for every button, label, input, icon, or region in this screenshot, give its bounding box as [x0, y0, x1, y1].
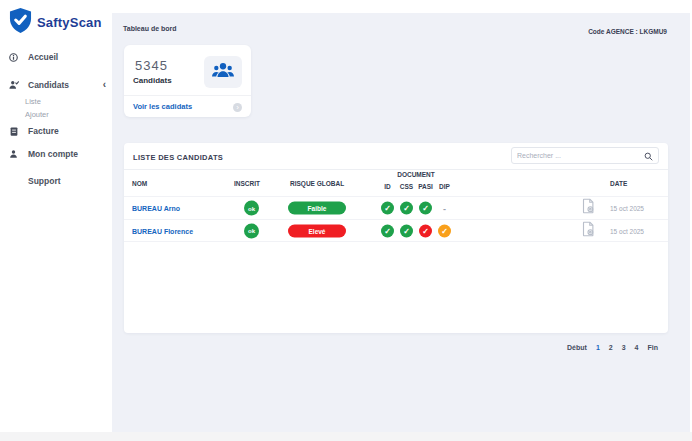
candidate-name-link[interactable]: BUREAU Florence: [132, 227, 193, 234]
pagination: Début 1 2 3 4 Fin: [567, 344, 658, 351]
column-header-document: DOCUMENT: [378, 171, 454, 178]
people-icon-box: [204, 56, 242, 88]
sidebar-item-label: Facture: [28, 126, 59, 136]
risk-badge: Elevé: [288, 224, 346, 237]
invoice-icon: [8, 127, 19, 136]
sidebar-item-candidats[interactable]: Candidats ‹: [8, 80, 106, 90]
arrow-circle-icon[interactable]: ›: [233, 103, 242, 112]
sidebar-item-label: Accueil: [28, 52, 58, 62]
sidebar-item-label: Support: [28, 176, 61, 186]
document-file-icon[interactable]: [582, 199, 595, 218]
search-input[interactable]: [517, 152, 644, 159]
pagination-last[interactable]: Fin: [648, 344, 659, 351]
inscrit-badge: ok: [244, 223, 259, 238]
sidebar-item-label: Mon compte: [28, 149, 78, 159]
user-icon: [8, 149, 19, 159]
info-icon: [8, 53, 19, 62]
screen: SaftyScan Accueil Candidats ‹: [0, 0, 692, 441]
document-status-group: [378, 224, 454, 237]
table-row: BUREAU Florence ok Elevé: [124, 219, 668, 242]
sidebar-item-support[interactable]: Support: [8, 176, 106, 186]
subcolumn-dip: DIP: [435, 183, 454, 190]
risk-badge: Faible: [288, 202, 346, 215]
bottom-strip: [0, 432, 692, 441]
sidebar-item-accueil[interactable]: Accueil: [8, 52, 106, 62]
divider: [124, 95, 251, 96]
page-title: Tableau de bord: [123, 25, 177, 32]
candidates-table-card: LISTE DES CANDIDATS NOM INSCRIT RISQUE G…: [124, 143, 668, 333]
column-header-date: DATE: [610, 180, 627, 187]
pagination-page-2[interactable]: 2: [609, 344, 613, 351]
chevron-left-icon[interactable]: ‹: [103, 81, 106, 89]
candidates-count: 5345: [135, 58, 168, 73]
divider: [124, 169, 668, 170]
app-title: SaftyScan: [37, 15, 102, 30]
column-header-nom: NOM: [132, 180, 147, 187]
subcolumn-css: CSS: [397, 183, 416, 190]
pagination-page-3[interactable]: 3: [622, 344, 626, 351]
agency-code: Code AGENCE : LKGMU9: [588, 28, 667, 35]
doc-status-dip: [438, 202, 451, 215]
search-icon[interactable]: [644, 147, 653, 165]
sidebar-item-ajouter[interactable]: Ajouter: [25, 110, 49, 119]
candidates-count-label: Candidats: [133, 76, 172, 85]
pagination-page-4[interactable]: 4: [635, 344, 639, 351]
sidebar-item-liste[interactable]: Liste: [25, 97, 41, 106]
candidate-name-link[interactable]: BUREAU Arno: [132, 205, 180, 212]
pagination-first[interactable]: Début: [567, 344, 587, 351]
doc-status-dip: [438, 224, 451, 237]
doc-status-pasi: [419, 224, 432, 237]
doc-status-id: [381, 202, 394, 215]
sidebar-item-mon-compte[interactable]: Mon compte: [8, 149, 106, 159]
document-status-group: [378, 202, 454, 215]
doc-status-id: [381, 224, 394, 237]
sidebar: SaftyScan Accueil Candidats ‹: [0, 0, 112, 432]
doc-status-css: [400, 202, 413, 215]
table-row: BUREAU Arno ok Faible: [124, 196, 668, 219]
logo[interactable]: SaftyScan: [9, 8, 102, 37]
candidate-date: 15 oct 2025: [610, 227, 644, 234]
main-content: Tableau de bord Code AGENCE : LKGMU9 534…: [112, 13, 690, 432]
column-header-inscrit: INSCRIT: [234, 180, 260, 187]
doc-status-pasi: [419, 202, 432, 215]
person-check-icon: [8, 80, 19, 90]
search-box[interactable]: [511, 147, 659, 164]
doc-status-css: [400, 224, 413, 237]
pagination-page-1[interactable]: 1: [596, 344, 600, 351]
candidates-stat-card: 5345 Candidats Voir les cadidats ›: [124, 45, 251, 117]
document-subcolumns: ID CSS PASI DIP: [378, 183, 454, 190]
inscrit-badge: ok: [244, 201, 259, 216]
document-file-icon[interactable]: [582, 221, 595, 240]
table-title: LISTE DES CANDIDATS: [133, 153, 223, 162]
candidate-date: 15 oct 2025: [610, 205, 644, 212]
subcolumn-id: ID: [378, 183, 397, 190]
view-candidates-link[interactable]: Voir les cadidats: [133, 102, 192, 111]
sidebar-item-facture[interactable]: Facture: [8, 126, 106, 136]
sidebar-item-label: Candidats: [28, 80, 69, 90]
subcolumn-pasi: PASI: [416, 183, 435, 190]
people-icon: [212, 62, 234, 82]
shield-check-icon: [9, 8, 32, 37]
column-header-risque: RISQUE GLOBAL: [290, 180, 344, 187]
